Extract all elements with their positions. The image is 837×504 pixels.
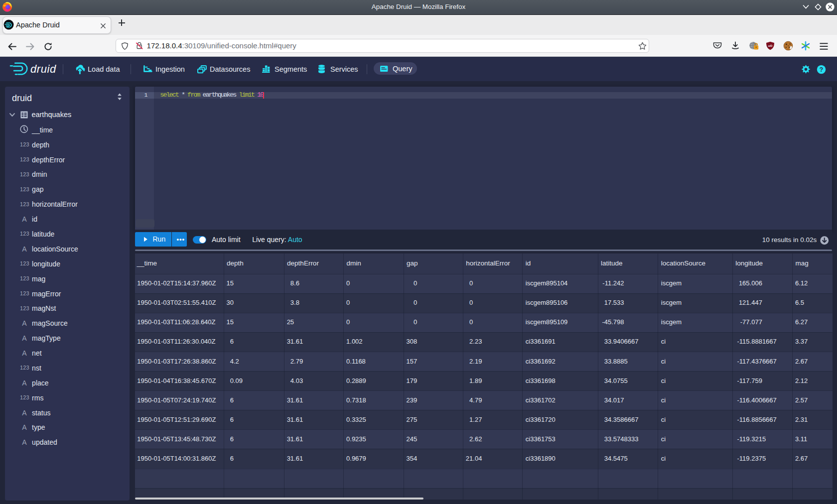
svg-text:?: ? [820,66,824,73]
svg-text:uO: uO [768,44,773,47]
